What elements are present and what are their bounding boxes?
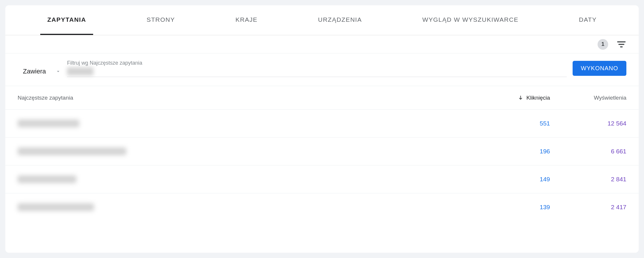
query-text [18,175,76,183]
query-text [18,120,79,127]
filter-list-icon[interactable] [616,39,626,49]
query-cell [18,203,474,211]
query-cell [18,148,474,155]
tab-countries[interactable]: KRAJE [228,5,264,35]
table-header: Najczęstsze zapytania Kliknięcia Wyświet… [5,86,639,109]
filter-toolbar: 1 [5,35,639,53]
table-row[interactable]: 55112 564 [5,109,639,137]
filter-row: Zawiera Filtruj wg Najczęstsze zapytania… [5,53,639,82]
impressions-cell: 12 564 [550,120,626,127]
filter-mode-select[interactable]: Zawiera [23,68,61,77]
filter-input[interactable]: Filtruj wg Najczęstsze zapytania [67,60,567,77]
table-row[interactable]: 1492 841 [5,165,639,193]
col-impressions-header[interactable]: Wyświetlenia [550,95,626,101]
query-cell [18,175,474,183]
clicks-cell: 139 [474,204,550,211]
done-button[interactable]: WYKONANO [573,61,626,76]
col-clicks-header[interactable]: Kliknięcia [474,95,550,101]
query-cell [18,120,474,127]
table-row[interactable]: 1966 661 [5,137,639,165]
table-body: 55112 5641966 6611492 8411392 417 [5,109,639,221]
active-filters-badge[interactable]: 1 [598,39,608,50]
filter-mode-label: Zawiera [23,68,46,75]
clicks-cell: 551 [474,120,550,127]
clicks-cell: 196 [474,148,550,155]
sort-desc-icon [518,95,524,101]
impressions-cell: 2 841 [550,176,626,183]
tab-dates[interactable]: DATY [572,5,604,35]
chevron-down-icon [55,68,61,74]
query-text [18,148,126,155]
col-query-header[interactable]: Najczęstsze zapytania [18,95,474,101]
tab-appearance[interactable]: WYGLĄD W WYSZUKIWARCE [415,5,526,35]
query-text [18,203,94,211]
tabs-bar: ZAPYTANIA STRONY KRAJE URZĄDZENIA WYGLĄD… [5,5,639,35]
report-panel: ZAPYTANIA STRONY KRAJE URZĄDZENIA WYGLĄD… [5,5,639,253]
tab-devices[interactable]: URZĄDZENIA [311,5,369,35]
col-clicks-label: Kliknięcia [526,95,550,101]
filter-input-label: Filtruj wg Najczęstsze zapytania [67,60,567,66]
tab-pages[interactable]: STRONY [140,5,182,35]
impressions-cell: 6 661 [550,148,626,155]
clicks-cell: 149 [474,176,550,183]
impressions-cell: 2 417 [550,204,626,211]
table-row[interactable]: 1392 417 [5,193,639,221]
filter-input-value [67,67,93,76]
tab-queries[interactable]: ZAPYTANIA [40,5,93,35]
